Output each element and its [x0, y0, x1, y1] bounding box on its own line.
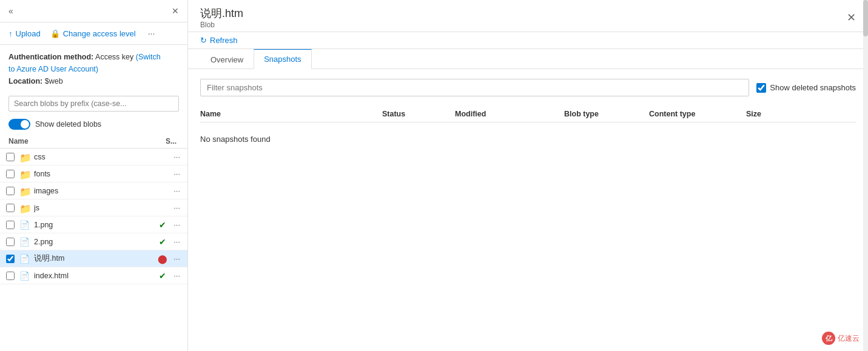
col-status-header: S... [149, 137, 179, 145]
location-label: Location: [8, 77, 42, 85]
show-deleted-row: Show deleted snapshots [756, 83, 856, 93]
lock-icon: 🔒 [50, 29, 60, 38]
scrollbar-track[interactable] [863, 0, 868, 351]
item-more-button[interactable]: ··· [172, 270, 181, 281]
upload-button[interactable]: ↑ Upload [8, 29, 41, 38]
show-deleted-toggle[interactable] [8, 119, 30, 130]
folder-icon: 📁 [19, 152, 30, 162]
access-level-label: Change access level [63, 29, 136, 38]
item-more-button[interactable]: ··· [172, 219, 181, 230]
right-panel-close-button[interactable]: ✕ [847, 11, 856, 24]
file-name: 说明.htm [34, 253, 156, 264]
document-icon: 📄 [19, 271, 30, 281]
auth-info: Authentication method: Access key (Switc… [0, 45, 187, 91]
file-checkbox[interactable] [6, 255, 15, 263]
refresh-icon: ↻ [200, 36, 207, 45]
file-list: 📁 css ··· 📁 fonts ··· 📁 images ··· 📁 js [0, 149, 187, 351]
left-toolbar: ↑ Upload 🔒 Change access level ··· [0, 22, 187, 45]
folder-icon: 📁 [19, 169, 30, 179]
document-icon: 📄 [19, 254, 30, 264]
no-snapshots-message: No snapshots found [200, 122, 856, 156]
blob-title: 说明.htm [200, 6, 243, 21]
item-more-button[interactable]: ··· [172, 186, 181, 196]
col-name-header: Name [8, 137, 149, 145]
show-deleted-label: Show deleted snapshots [770, 83, 856, 92]
more-options-button[interactable]: ··· [146, 27, 158, 39]
file-status-ok: ✔ [156, 271, 169, 281]
file-name: index.html [34, 272, 156, 280]
list-item[interactable]: 📄 index.html ✔ ··· [0, 267, 187, 284]
search-input[interactable] [8, 96, 179, 112]
auth-method-label: Authentication method: [8, 53, 93, 61]
file-checkbox[interactable] [6, 153, 15, 161]
table-header: Name Status Modified Blob type Content t… [200, 106, 856, 122]
file-checkbox[interactable] [6, 272, 15, 280]
list-item[interactable]: 📁 js ··· [0, 199, 187, 216]
col-size: Size [746, 110, 856, 118]
item-more-button[interactable]: ··· [172, 253, 181, 264]
folder-icon: 📁 [19, 203, 30, 213]
collapse-button[interactable]: « [6, 5, 16, 17]
refresh-label: Refresh [210, 36, 238, 45]
upload-label: Upload [16, 29, 41, 38]
file-name: fonts [34, 170, 156, 178]
location-value: $web [45, 77, 63, 85]
right-toolbar: ↻ Refresh [188, 32, 868, 49]
list-item[interactable]: 📁 fonts ··· [0, 165, 187, 182]
file-checkbox[interactable] [6, 221, 15, 229]
access-level-button[interactable]: 🔒 Change access level [50, 29, 136, 38]
col-blob-type: Blob type [564, 110, 649, 118]
tab-snapshots[interactable]: Snapshots [254, 49, 311, 69]
file-status-ok: ✔ [156, 237, 169, 247]
list-item[interactable]: 📁 css ··· [0, 149, 187, 165]
file-name: css [34, 153, 156, 161]
watermark-text: 亿速云 [838, 333, 860, 344]
scrollbar-thumb[interactable] [863, 0, 868, 36]
left-panel-close-button[interactable]: ✕ [169, 5, 181, 17]
file-checkbox[interactable] [6, 187, 15, 195]
right-header: 说明.htm Blob ✕ [188, 0, 868, 32]
file-list-header: Name S... [0, 135, 187, 149]
file-checkbox[interactable] [6, 170, 15, 178]
folder-icon: 📁 [19, 186, 30, 196]
toggle-label: Show deleted blobs [35, 120, 101, 129]
refresh-button[interactable]: ↻ Refresh [200, 36, 238, 45]
tab-content: Show deleted snapshots Name Status Modif… [188, 69, 868, 351]
tabs-container: Overview Snapshots [188, 49, 868, 69]
left-panel: « ✕ ↑ Upload 🔒 Change access level ··· A… [0, 0, 188, 351]
file-name: js [34, 204, 156, 212]
item-more-button[interactable]: ··· [172, 202, 181, 213]
col-modified: Modified [455, 110, 564, 118]
header-left-icons: « [6, 5, 16, 17]
list-item[interactable]: 📄 说明.htm ⬤ ··· [0, 250, 187, 267]
file-checkbox[interactable] [6, 238, 15, 246]
document-icon: 📄 [19, 237, 30, 247]
item-more-button[interactable]: ··· [172, 152, 181, 162]
file-status-error: ⬤ [156, 254, 169, 264]
list-item[interactable]: 📄 1.png ✔ ··· [0, 216, 187, 233]
file-checkbox[interactable] [6, 204, 15, 212]
upload-icon: ↑ [8, 29, 13, 38]
list-item[interactable]: 📁 images ··· [0, 182, 187, 199]
show-deleted-checkbox[interactable] [756, 83, 766, 93]
watermark-icon: 亿 [822, 332, 835, 345]
toggle-row: Show deleted blobs [0, 116, 187, 135]
col-content-type: Content type [649, 110, 746, 118]
document-icon: 📄 [19, 220, 30, 230]
file-name: 1.png [34, 221, 156, 229]
list-item[interactable]: 📄 2.png ✔ ··· [0, 233, 187, 250]
item-more-button[interactable]: ··· [172, 236, 181, 247]
blob-subtitle: Blob [200, 21, 243, 29]
left-panel-header: « ✕ [0, 0, 187, 22]
file-status-ok: ✔ [156, 220, 169, 230]
blob-title-group: 说明.htm Blob [200, 6, 243, 29]
filter-row: Show deleted snapshots [200, 79, 856, 96]
right-panel: 说明.htm Blob ✕ ↻ Refresh Overview Snapsho… [188, 0, 868, 351]
file-name: images [34, 187, 156, 195]
tab-overview[interactable]: Overview [200, 50, 254, 69]
auth-method-value: Access key [95, 53, 133, 61]
item-more-button[interactable]: ··· [172, 169, 181, 179]
file-name: 2.png [34, 238, 156, 246]
col-status: Status [382, 110, 455, 118]
filter-snapshots-input[interactable] [200, 79, 749, 96]
